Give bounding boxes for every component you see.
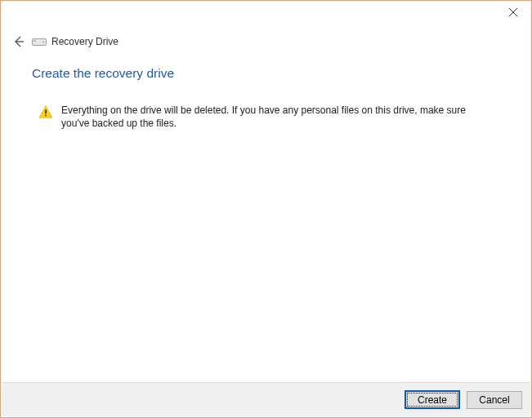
svg-rect-4	[34, 40, 36, 42]
window-title: Recovery Drive	[51, 36, 118, 47]
footer: Create Cancel	[2, 382, 530, 416]
warning-text: Everything on the drive will be deleted.…	[61, 104, 494, 130]
back-button[interactable]	[11, 33, 27, 50]
back-arrow-icon	[12, 35, 25, 48]
header-row: Recovery Drive	[11, 32, 521, 51]
drive-icon	[32, 36, 47, 47]
cancel-button[interactable]: Cancel	[467, 391, 522, 409]
page-title: Create the recovery drive	[32, 66, 507, 81]
create-button[interactable]: Create	[405, 390, 460, 409]
svg-rect-8	[45, 115, 47, 117]
close-button[interactable]	[494, 1, 531, 24]
wizard-window: Recovery Drive Create the recovery drive…	[0, 0, 532, 418]
warning-row: Everything on the drive will be deleted.…	[38, 104, 507, 130]
svg-point-5	[42, 42, 44, 43]
warning-icon	[38, 104, 53, 119]
content-area: Create the recovery drive Everything on …	[32, 66, 507, 130]
close-icon	[509, 8, 517, 16]
svg-rect-7	[45, 109, 47, 113]
titlebar	[1, 1, 531, 25]
